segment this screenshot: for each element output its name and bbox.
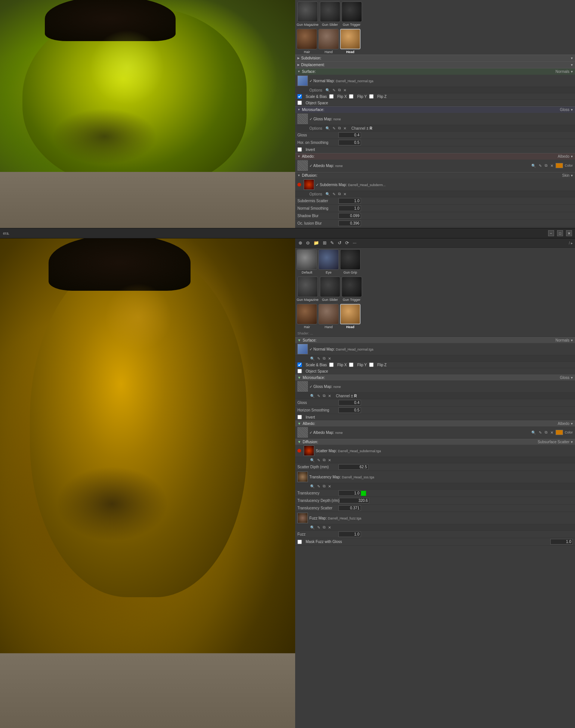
bottom-flip-x[interactable] — [329, 363, 334, 367]
translucency-depth-input[interactable] — [339, 498, 369, 503]
bottom-gloss-input[interactable] — [338, 400, 361, 405]
scatter-edit[interactable]: ✎ — [316, 458, 321, 463]
bottom-albedo-close[interactable]: ✕ — [550, 430, 554, 435]
shadow-blur-input[interactable] — [338, 213, 361, 219]
thumb-hair2[interactable]: Hair — [297, 304, 317, 329]
subdermis-scatter-input[interactable] — [338, 198, 361, 204]
object-space-checkbox[interactable] — [297, 101, 302, 105]
bottom-fuzz-search[interactable]: 🔍 — [309, 525, 315, 530]
bottom-translucency-scatter-input[interactable] — [338, 505, 361, 511]
albedo-edit[interactable]: ✎ — [538, 163, 542, 168]
thumb-gun-slider[interactable]: Gun Slider — [320, 1, 340, 27]
thumb-eye[interactable]: Eye — [318, 249, 339, 274]
albedo-copy[interactable]: ⧉ — [544, 163, 548, 168]
bottom-translucency-close[interactable]: ✕ — [327, 484, 332, 489]
bottom-translucency-input[interactable] — [338, 490, 361, 496]
gloss-input[interactable] — [338, 132, 361, 138]
normal-smoothing-input[interactable] — [338, 206, 361, 211]
gloss-search[interactable]: 🔍 — [325, 126, 331, 131]
normal-map-edit[interactable]: ✎ — [332, 88, 336, 93]
subtract-button[interactable]: ⊖ — [305, 240, 311, 246]
bottom-gloss-edit[interactable]: ✎ — [316, 394, 321, 398]
scatter-copy[interactable]: ⧉ — [322, 457, 326, 463]
mask-fuzz-input[interactable] — [550, 539, 573, 545]
normal-map-search[interactable]: 🔍 — [325, 88, 331, 93]
flip-z-checkbox[interactable] — [369, 94, 374, 99]
diffusion-header[interactable]: ▼ Diffusion: Skin ▾ — [295, 172, 575, 179]
bottom-translucency-copy[interactable]: ⧉ — [322, 484, 326, 489]
thumb-hair[interactable]: Hair — [297, 29, 317, 54]
thumb-head[interactable]: Head — [340, 29, 361, 54]
thumb-gun-slider2[interactable]: Gun Slider — [320, 277, 340, 302]
thumb-gun-trigger2[interactable]: Gun Trigger — [341, 277, 362, 302]
bottom-invert-checkbox[interactable] — [297, 415, 302, 419]
scale-bias-checkbox[interactable] — [297, 94, 302, 99]
add-button[interactable]: ⊕ — [297, 240, 303, 246]
subdermis-edit[interactable]: ✎ — [332, 192, 336, 197]
bottom-flip-z[interactable] — [369, 363, 374, 367]
scatter-close[interactable]: ✕ — [327, 458, 332, 463]
minimize-button[interactable]: − — [548, 230, 554, 236]
thumb-gun-grip[interactable]: Gun Grip — [340, 249, 361, 274]
bottom-albedo-copy[interactable]: ⧉ — [544, 430, 548, 435]
thumb-hand2[interactable]: Hand — [318, 304, 339, 329]
close-button[interactable]: ✕ — [566, 230, 572, 236]
bottom-normal-search[interactable]: 🔍 — [309, 356, 315, 361]
rotate-button[interactable]: ⟳ — [344, 240, 350, 246]
bottom-microsurface-header[interactable]: ▼ Microsurface: Gloss ▾ — [295, 374, 575, 380]
bottom-albedo-header[interactable]: ▼ Albedo: Albedo ▾ — [295, 420, 575, 426]
thumb-gun-magazine[interactable]: Gun Magazine — [297, 1, 319, 27]
mask-fuzz-checkbox[interactable] — [297, 540, 302, 544]
bottom-object-space[interactable] — [297, 369, 302, 373]
bottom-albedo-edit[interactable]: ✎ — [538, 430, 542, 435]
scatter-depth-input[interactable] — [338, 464, 368, 470]
bottom-scale-bias[interactable] — [297, 363, 302, 367]
displacement-header[interactable]: ▶ Displacement: ▾ — [295, 61, 575, 68]
bottom-flip-y[interactable] — [349, 363, 353, 367]
scatter-search[interactable]: 🔍 — [309, 458, 315, 463]
normal-map-close[interactable]: ✕ — [343, 88, 347, 93]
bottom-translucency-search[interactable]: 🔍 — [309, 484, 315, 489]
subdivision-header[interactable]: ▶ Subdivision: ▾ — [295, 55, 575, 61]
grid-button[interactable]: ⊞ — [322, 240, 328, 246]
maximize-button[interactable]: □ — [557, 230, 563, 236]
subdermis-copy[interactable]: ⧉ — [337, 191, 341, 197]
bottom-gloss-close[interactable]: ✕ — [327, 394, 332, 398]
occlusion-blur-input[interactable] — [338, 220, 361, 226]
bottom-normal-copy[interactable]: ⧉ — [322, 356, 326, 361]
albedo-color-swatch[interactable] — [556, 163, 563, 168]
gloss-close[interactable]: ✕ — [343, 126, 347, 131]
surface-header[interactable]: ▼ Surface: Normals ▾ — [295, 68, 575, 75]
flip-x-checkbox[interactable] — [329, 94, 334, 99]
gloss-edit[interactable]: ✎ — [332, 126, 336, 131]
bottom-normal-close[interactable]: ✕ — [327, 356, 332, 361]
normal-map-copy[interactable]: ⧉ — [337, 87, 341, 93]
bottom-fuzz-close[interactable]: ✕ — [327, 525, 332, 530]
bottom-gloss-copy[interactable]: ⧉ — [322, 393, 326, 398]
thumb-head2[interactable]: Head — [340, 304, 361, 329]
thumb-gun-trigger[interactable]: Gun Trigger — [341, 1, 362, 27]
more-button[interactable]: ··· — [352, 240, 358, 246]
invert-checkbox[interactable] — [297, 147, 302, 152]
horizon-smoothing-input[interactable] — [338, 140, 361, 145]
bottom-albedo-search[interactable]: 🔍 — [531, 430, 537, 435]
albedo-header[interactable]: ▼ Albedo: Albedo ▾ — [295, 153, 575, 160]
bottom-normal-edit[interactable]: ✎ — [316, 356, 321, 361]
thumb-default[interactable]: Default — [297, 249, 317, 274]
bottom-fuzz-copy[interactable]: ⧉ — [322, 525, 326, 530]
albedo-search[interactable]: 🔍 — [531, 163, 537, 168]
bottom-translucency-edit[interactable]: ✎ — [316, 484, 321, 489]
thumb-gun-magazine2[interactable]: Gun Magazine — [297, 277, 319, 302]
microsurface-header[interactable]: ▼ Microsurface: Gloss ▾ — [295, 106, 575, 113]
flip-y-checkbox[interactable] — [349, 94, 353, 99]
subdermis-search[interactable]: 🔍 — [325, 192, 331, 197]
bottom-gloss-search[interactable]: 🔍 — [309, 394, 315, 398]
subdermis-close[interactable]: ✕ — [343, 192, 347, 197]
albedo-close[interactable]: ✕ — [550, 163, 554, 168]
bottom-fuzz-input[interactable] — [338, 531, 361, 537]
refresh-button[interactable]: ↺ — [337, 240, 343, 246]
pencil-button[interactable]: ✎ — [329, 240, 335, 246]
bottom-surface-header[interactable]: ▼ Surface: Normals ▾ — [295, 337, 575, 343]
bottom-diffusion-header[interactable]: ▼ Diffusion: Subsurface Scatter ▾ — [295, 439, 575, 445]
folder-button[interactable]: 📁 — [312, 240, 320, 246]
